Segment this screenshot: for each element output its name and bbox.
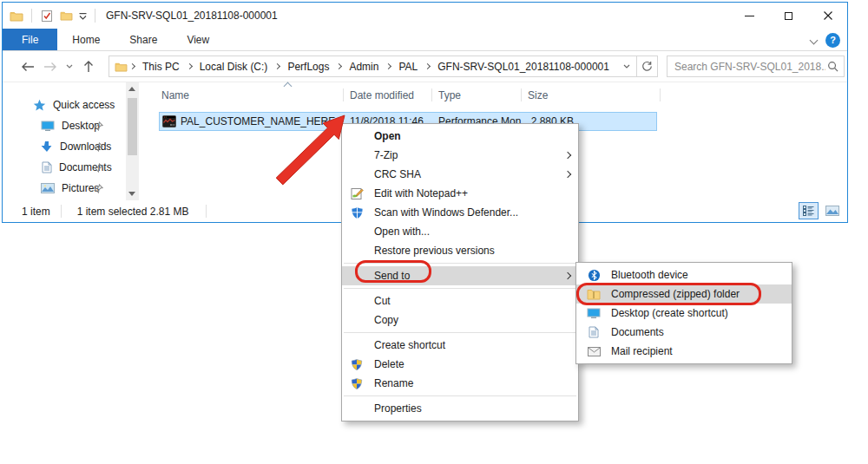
menu-item-label: 7-Zip <box>374 149 398 161</box>
tab-view[interactable]: View <box>172 29 224 50</box>
breadcrumb-separator-icon <box>274 63 280 69</box>
up-arrow-icon <box>83 60 94 73</box>
breadcrumb-item[interactable]: This PC <box>141 61 181 73</box>
annotation-oval-send-to <box>355 260 431 283</box>
menu-item-label: Restore previous versions <box>374 245 495 257</box>
column-separator[interactable] <box>431 88 432 101</box>
thumbnail-view-button[interactable] <box>822 202 842 219</box>
menu-item-crc-sha[interactable]: CRC SHA <box>342 165 578 184</box>
close-button[interactable] <box>808 3 847 29</box>
column-header-date-modified[interactable]: Date modified <box>343 89 431 101</box>
qat-newfolder-button[interactable] <box>56 6 76 25</box>
refresh-button[interactable] <box>636 56 657 76</box>
scrollbar-thumb[interactable] <box>128 98 137 155</box>
tab-home[interactable]: Home <box>57 29 115 50</box>
breadcrumb-item[interactable]: Local Disk (C:) <box>198 61 270 73</box>
document-icon <box>589 326 599 338</box>
details-view-button[interactable] <box>799 202 819 219</box>
tab-share[interactable]: Share <box>115 29 172 50</box>
menu-item-scan-defender[interactable]: Scan with Windows Defender... <box>342 203 578 222</box>
status-separator <box>206 205 207 218</box>
recent-locations-button[interactable] <box>62 56 77 77</box>
menu-item-label: Rename <box>374 377 413 389</box>
breadcrumb-item[interactable]: PAL <box>397 61 419 73</box>
tab-file[interactable]: File <box>3 29 57 50</box>
menu-item-properties[interactable]: Properties <box>342 399 578 418</box>
menu-item-cut[interactable]: Cut <box>342 291 578 310</box>
menu-item-label: Delete <box>374 358 404 370</box>
column-separator[interactable] <box>660 88 661 101</box>
sidebar-item-label: Quick access <box>53 99 115 111</box>
column-separator[interactable] <box>521 88 522 101</box>
submenu-arrow-icon <box>564 171 571 178</box>
tab-label: View <box>187 34 209 46</box>
forward-button[interactable] <box>39 56 62 77</box>
submenu-item-bluetooth[interactable]: Bluetooth device <box>576 265 792 284</box>
picture-icon <box>41 183 55 193</box>
submenu-item-desktop-shortcut[interactable]: Desktop (create shortcut) <box>576 304 792 323</box>
menu-item-create-shortcut[interactable]: Create shortcut <box>342 336 578 355</box>
breadcrumb-item[interactable]: Admin <box>347 61 380 73</box>
menu-item-restore-previous[interactable]: Restore previous versions <box>342 241 578 260</box>
breadcrumb-item-current[interactable]: GFN-SRV-SQL01_20181108-000001 <box>436 61 611 73</box>
column-header-name[interactable]: Name <box>159 89 343 101</box>
status-separator <box>61 205 62 218</box>
item-count: 1 item <box>22 206 50 218</box>
scroll-down-icon[interactable] <box>128 192 135 196</box>
scroll-up-icon[interactable] <box>128 87 135 91</box>
minimize-button[interactable] <box>730 3 769 29</box>
menu-item-7zip[interactable]: 7-Zip <box>342 146 578 165</box>
back-button[interactable] <box>16 56 39 77</box>
menu-item-open-with[interactable]: Open with... <box>342 222 578 241</box>
column-header-size[interactable]: Size <box>521 89 578 101</box>
search-icon <box>827 61 838 72</box>
desktop-screenshot: GFN-SRV-SQL01_20181108-000001 File Home … <box>0 0 868 464</box>
submenu-item-mail-recipient[interactable]: Mail recipient <box>576 342 792 361</box>
sidebar-item-desktop[interactable]: Desktop <box>3 115 126 136</box>
breadcrumb[interactable]: This PC Local Disk (C:) PerfLogs Admin P… <box>108 56 658 77</box>
column-header-type[interactable]: Type <box>431 89 521 101</box>
up-button[interactable] <box>77 56 100 77</box>
address-dropdown-button[interactable] <box>617 56 636 76</box>
address-bar: This PC Local Disk (C:) PerfLogs Admin P… <box>3 51 847 82</box>
title-bar[interactable]: GFN-SRV-SQL01_20181108-000001 <box>3 3 847 29</box>
menu-separator <box>344 395 576 396</box>
breadcrumb-separator-icon <box>129 63 135 69</box>
submenu-arrow-icon <box>564 152 571 159</box>
submenu-item-documents[interactable]: Documents <box>576 323 792 342</box>
file-name: PAL_CUSTOMER_NAME_HERE <box>181 115 335 127</box>
menu-item-label: Bluetooth device <box>611 269 688 281</box>
annotation-oval-compressed-folder <box>576 283 761 305</box>
menu-item-rename[interactable]: Rename <box>342 374 578 393</box>
maximize-button[interactable] <box>769 3 808 29</box>
sidebar-item-documents[interactable]: Documents <box>3 157 126 178</box>
column-separator[interactable] <box>343 88 344 101</box>
window-title: GFN-SRV-SQL01_20181108-000001 <box>106 10 278 22</box>
menu-item-edit-notepadpp[interactable]: Edit with Notepad++ <box>342 184 578 203</box>
sidebar-item-pictures[interactable]: Pictures <box>3 178 126 199</box>
sidebar-item-quick-access[interactable]: Quick access <box>3 95 126 115</box>
breadcrumb-path: This PC Local Disk (C:) PerfLogs Admin P… <box>128 61 617 73</box>
mail-icon <box>588 347 601 356</box>
sidebar-scrollbar[interactable] <box>126 82 139 200</box>
expand-ribbon-button[interactable] <box>811 34 817 46</box>
menu-item-copy[interactable]: Copy <box>342 310 578 330</box>
column-headers: Name Date modified Type Size <box>159 85 657 106</box>
qat-properties-button[interactable] <box>37 6 56 25</box>
submenu-arrow-icon <box>564 272 571 279</box>
help-button[interactable]: ? <box>825 33 840 48</box>
details-view-icon <box>803 206 814 216</box>
maximize-icon <box>785 12 792 20</box>
menu-item-open[interactable]: Open <box>342 127 578 146</box>
sidebar-item-downloads[interactable]: Downloads <box>3 136 126 157</box>
menu-separator <box>344 288 576 289</box>
sidebar-item-label: Downloads <box>60 141 111 153</box>
back-arrow-icon <box>21 62 35 72</box>
qat-customize-button[interactable] <box>76 6 89 25</box>
search-box[interactable] <box>667 56 845 77</box>
star-icon <box>33 99 46 112</box>
search-input[interactable] <box>673 60 827 74</box>
breadcrumb-item[interactable]: PerfLogs <box>286 61 331 73</box>
menu-item-label: Cut <box>374 295 391 307</box>
menu-item-delete[interactable]: Delete <box>342 355 578 374</box>
